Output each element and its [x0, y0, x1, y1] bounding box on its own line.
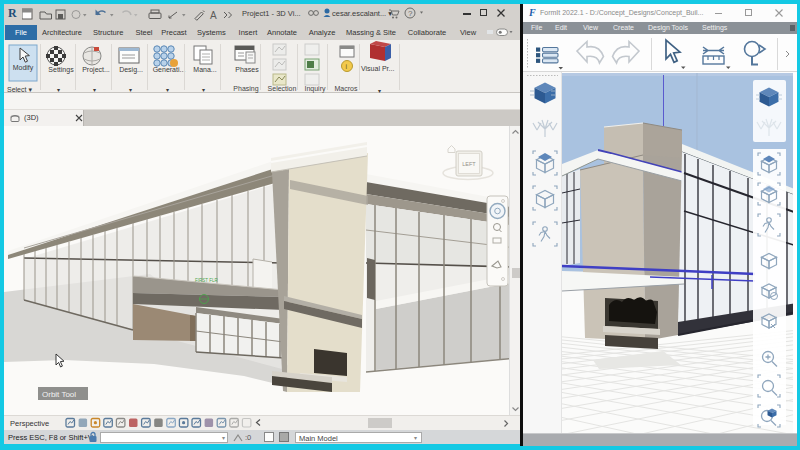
svg-text:FIRST FLR: FIRST FLR — [195, 278, 218, 283]
svg-text:LEFT: LEFT — [462, 161, 476, 167]
svg-text:A: A — [210, 10, 217, 21]
svg-text:?: ? — [408, 9, 413, 18]
svg-text:Modify: Modify — [13, 64, 34, 72]
svg-text:Orbit Tool: Orbit Tool — [42, 390, 76, 399]
